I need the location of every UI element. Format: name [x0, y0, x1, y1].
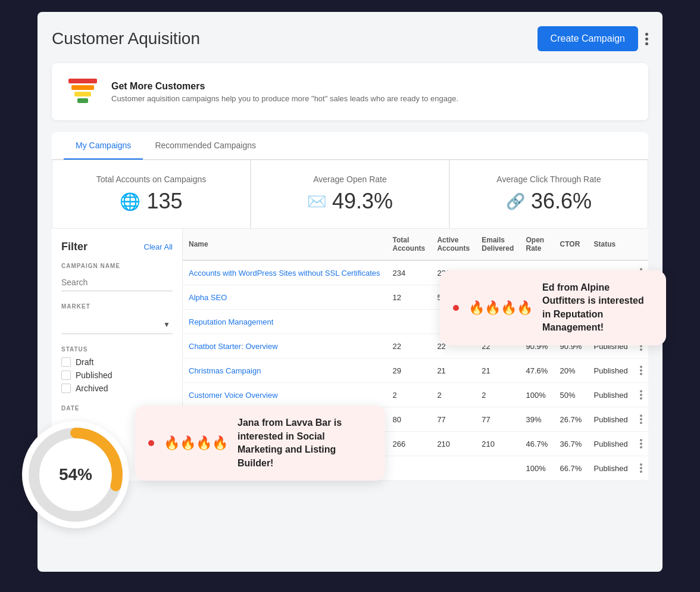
- flame-icons-2: 🔥🔥🔥🔥: [164, 435, 228, 451]
- cell-name: Accounts with WordPress Sites without SS…: [183, 260, 386, 285]
- stat-value-click: 🔗 36.6%: [506, 189, 592, 214]
- below-stats: Filter Clear All CAMPAIGN NAME MARKET ▼ …: [52, 229, 648, 481]
- create-campaign-button[interactable]: Create Campaign: [538, 26, 638, 51]
- status-options: Draft Published Archived: [61, 357, 173, 393]
- clear-all-button[interactable]: Clear All: [144, 242, 173, 251]
- cell-ctor: 36.7%: [554, 432, 588, 456]
- cell-open-rate: 100%: [520, 456, 554, 481]
- notification-2-text: Jana from Lavva Bar is interested in Soc…: [238, 416, 372, 470]
- campaign-link[interactable]: Alpha SEO: [189, 293, 227, 302]
- status-option-published[interactable]: Published: [61, 370, 173, 380]
- col-total-accounts: TotalAccounts: [386, 229, 431, 260]
- cell-name: Chatbot Starter: Overview: [183, 334, 386, 359]
- status-label: STATUS: [61, 346, 173, 353]
- row-menu-icon[interactable]: [640, 439, 642, 448]
- donut-chart: 54%: [22, 421, 129, 528]
- filter-title: Filter: [61, 241, 88, 253]
- market-select[interactable]: [61, 314, 173, 334]
- draft-checkbox[interactable]: [61, 357, 71, 367]
- status-option-draft[interactable]: Draft: [61, 357, 173, 367]
- stat-value-open: ✉️ 49.3%: [307, 189, 393, 214]
- table-row: Christmas Campaign 29 21 21 47.6% 20% Pu…: [183, 359, 648, 383]
- stat-click-rate: Average Click Through Rate 🔗 36.6%: [449, 160, 648, 229]
- cell-name: Alpha SEO: [183, 285, 386, 310]
- notification-2: 🔥🔥🔥🔥 Jana from Lavva Bar is interested i…: [135, 406, 385, 481]
- cell-active: 2: [431, 383, 476, 407]
- cell-open-rate: 100%: [520, 383, 554, 407]
- cell-menu: [634, 359, 648, 383]
- col-ctor: CTOR: [554, 229, 588, 260]
- market-select-wrapper: ▼: [61, 314, 173, 334]
- table-row: Customer Voice Overview 2 2 2 100% 50% P…: [183, 383, 648, 407]
- more-menu-icon[interactable]: [645, 33, 648, 45]
- stat-label-open: Average Open Rate: [313, 175, 387, 184]
- cell-delivered: 2: [476, 383, 520, 407]
- stat-value-total: 🌐 135: [120, 189, 182, 214]
- mail-icon: ✉️: [307, 192, 326, 211]
- cell-total: [386, 310, 431, 334]
- svg-rect-1: [71, 85, 94, 90]
- row-menu-icon[interactable]: [640, 366, 642, 375]
- stat-total-accounts: Total Accounts on Campaigns 🌐 135: [52, 160, 251, 229]
- row-menu-icon[interactable]: [640, 463, 642, 473]
- row-menu-icon[interactable]: [640, 415, 642, 424]
- table-header-row: Name TotalAccounts ActiveAccounts Emails…: [183, 229, 648, 260]
- cell-status: Published: [588, 432, 634, 456]
- cell-delivered: 210: [476, 432, 520, 456]
- stat-label-click: Average Click Through Rate: [496, 175, 601, 184]
- cell-ctor: 66.7%: [554, 456, 588, 481]
- tabs-row: My Campaigns Recommended Campaigns: [52, 132, 648, 160]
- archived-checkbox[interactable]: [61, 384, 71, 393]
- campaign-link[interactable]: Reputation Management: [189, 317, 273, 326]
- cell-delivered: [476, 456, 520, 481]
- col-emails-delivered: EmailsDelivered: [476, 229, 520, 260]
- published-checkbox[interactable]: [61, 370, 71, 380]
- status-published-label: Published: [76, 370, 112, 380]
- cell-total: 29: [386, 359, 431, 383]
- campaign-link[interactable]: Chatbot Starter: Overview: [189, 342, 278, 351]
- banner-description: Customer aquisition campaigns help you t…: [111, 94, 458, 103]
- campaign-link[interactable]: Christmas Campaign: [189, 366, 261, 375]
- col-actions: [634, 229, 648, 260]
- cell-menu: [634, 407, 648, 432]
- header-row: Customer Aquisition Create Campaign: [52, 26, 648, 51]
- stat-open-rate: Average Open Rate ✉️ 49.3%: [251, 160, 449, 229]
- cell-total: 80: [386, 407, 431, 432]
- tab-my-campaigns[interactable]: My Campaigns: [64, 132, 143, 160]
- col-name: Name: [183, 229, 386, 260]
- status-archived-label: Archived: [76, 384, 108, 393]
- filter-campaign-name: CAMPAIGN NAME: [61, 263, 173, 291]
- col-open-rate: OpenRate: [520, 229, 554, 260]
- globe-icon: 🌐: [120, 192, 140, 211]
- filter-market: MARKET ▼: [61, 303, 173, 334]
- campaign-link[interactable]: Customer Voice Overview: [189, 391, 278, 400]
- campaign-link[interactable]: Accounts with WordPress Sites without SS…: [189, 269, 380, 278]
- header-actions: Create Campaign: [538, 26, 648, 51]
- cell-delivered: 21: [476, 359, 520, 383]
- search-input[interactable]: [61, 274, 173, 291]
- tab-recommended-campaigns[interactable]: Recommended Campaigns: [143, 132, 268, 160]
- cell-ctor: 20%: [554, 359, 588, 383]
- cell-status: Published: [588, 359, 634, 383]
- hot-dot-1: [453, 305, 459, 311]
- row-menu-icon[interactable]: [640, 390, 642, 400]
- stat-number-total: 135: [146, 189, 182, 214]
- link-icon: 🔗: [506, 192, 525, 211]
- stat-label-total: Total Accounts on Campaigns: [96, 175, 206, 184]
- svg-rect-2: [74, 92, 91, 96]
- banner-heading: Get More Customers: [111, 81, 458, 92]
- cell-menu: [634, 456, 648, 481]
- status-option-archived[interactable]: Archived: [61, 384, 173, 393]
- col-active-accounts: ActiveAccounts: [431, 229, 476, 260]
- donut-value: 54%: [59, 465, 92, 484]
- status-draft-label: Draft: [76, 357, 93, 367]
- stat-number-click: 36.6%: [531, 189, 592, 214]
- cell-open-rate: 47.6%: [520, 359, 554, 383]
- filter-header: Filter Clear All: [61, 241, 173, 253]
- cell-ctor: 26.7%: [554, 407, 588, 432]
- cell-name: Reputation Management: [183, 310, 386, 334]
- notification-1: 🔥🔥🔥🔥 Ed from Alpine Outfitters is intere…: [440, 270, 666, 345]
- cell-active: 210: [431, 432, 476, 456]
- notification-1-text: Ed from Alpine Outfitters is interested …: [542, 281, 653, 335]
- cell-total: 266: [386, 432, 431, 456]
